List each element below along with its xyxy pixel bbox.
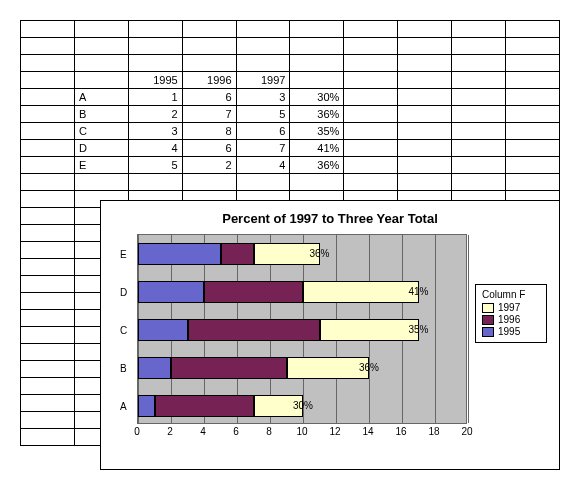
x-tick: 18 (428, 426, 439, 437)
legend-title: Column F (482, 289, 540, 300)
cell[interactable]: 36% (290, 157, 344, 174)
cell[interactable]: 6 (182, 89, 236, 106)
bar-segment-1997 (303, 281, 419, 303)
legend-label: 1997 (498, 302, 520, 313)
table-header-row: 1995 1996 1997 (21, 72, 560, 89)
bar-segment-1995 (138, 319, 188, 341)
cell[interactable]: 2 (182, 157, 236, 174)
cell[interactable]: 5 (128, 157, 182, 174)
cell[interactable]: 36% (290, 106, 344, 123)
cell[interactable]: 6 (236, 123, 290, 140)
legend-swatch-1995 (482, 327, 494, 337)
cell[interactable]: 7 (182, 106, 236, 123)
row-label: B (74, 106, 128, 123)
y-tick: E (120, 249, 127, 260)
bar-row (138, 319, 419, 341)
bar-segment-1996 (204, 281, 303, 303)
bar-segment-1995 (138, 243, 221, 265)
x-tick: 8 (266, 426, 272, 437)
legend-item: 1997 (482, 302, 540, 313)
bar-segment-1995 (138, 281, 204, 303)
x-tick: 6 (233, 426, 239, 437)
legend-swatch-1996 (482, 315, 494, 325)
bar-segment-1996 (171, 357, 287, 379)
cell[interactable]: 41% (290, 140, 344, 157)
bar-segment-1996 (155, 395, 254, 417)
legend-label: 1996 (498, 314, 520, 325)
col-header: 1996 (182, 72, 236, 89)
bar-segment-1995 (138, 357, 171, 379)
table-row: D 4 6 7 41% (21, 140, 560, 157)
y-tick: B (120, 363, 127, 374)
cell[interactable]: 1 (128, 89, 182, 106)
cell[interactable]: 6 (182, 140, 236, 157)
table-row: A 1 6 3 30% (21, 89, 560, 106)
bar-row (138, 281, 419, 303)
x-tick: 12 (329, 426, 340, 437)
x-tick: 20 (461, 426, 472, 437)
chart-title: Percent of 1997 to Three Year Total (101, 211, 559, 226)
col-header: 1997 (236, 72, 290, 89)
bar-segment-1996 (188, 319, 320, 341)
y-tick: C (120, 325, 127, 336)
y-tick: D (120, 287, 127, 298)
legend-item: 1996 (482, 314, 540, 325)
row-label: E (74, 157, 128, 174)
cell[interactable]: 8 (182, 123, 236, 140)
legend-item: 1995 (482, 326, 540, 337)
x-tick: 4 (200, 426, 206, 437)
bar-segment-1997 (287, 357, 370, 379)
cell[interactable]: 4 (128, 140, 182, 157)
x-tick: 16 (395, 426, 406, 437)
table-row: C 3 8 6 35% (21, 123, 560, 140)
chart: Percent of 1997 to Three Year Total E36%… (100, 200, 560, 470)
cell[interactable]: 2 (128, 106, 182, 123)
x-tick: 10 (296, 426, 307, 437)
bar-data-label: 30% (293, 400, 313, 411)
row-label: A (74, 89, 128, 106)
bar-row (138, 243, 320, 265)
legend-swatch-1997 (482, 303, 494, 313)
cell[interactable]: 7 (236, 140, 290, 157)
plot-area: E36%D41%C35%B36%A30% (137, 234, 467, 424)
y-tick: A (120, 401, 127, 412)
x-axis: 02468101214161820 (137, 424, 467, 440)
col-header: 1995 (128, 72, 182, 89)
bar-row (138, 395, 303, 417)
bar-segment-1997 (320, 319, 419, 341)
x-tick: 14 (362, 426, 373, 437)
x-tick: 0 (134, 426, 140, 437)
table-row: B 2 7 5 36% (21, 106, 560, 123)
bar-data-label: 36% (359, 362, 379, 373)
bar-data-label: 35% (409, 324, 429, 335)
legend-label: 1995 (498, 326, 520, 337)
bar-segment-1995 (138, 395, 155, 417)
cell[interactable]: 4 (236, 157, 290, 174)
row-label: C (74, 123, 128, 140)
table-row: E 5 2 4 36% (21, 157, 560, 174)
bar-segment-1996 (221, 243, 254, 265)
cell[interactable]: 30% (290, 89, 344, 106)
bar-data-label: 41% (409, 286, 429, 297)
bar-data-label: 36% (310, 248, 330, 259)
cell[interactable]: 3 (236, 89, 290, 106)
cell[interactable]: 35% (290, 123, 344, 140)
x-tick: 2 (167, 426, 173, 437)
bar-row (138, 357, 369, 379)
legend: Column F 1997 1996 1995 (475, 284, 547, 343)
cell[interactable]: 3 (128, 123, 182, 140)
row-label: D (74, 140, 128, 157)
cell[interactable]: 5 (236, 106, 290, 123)
